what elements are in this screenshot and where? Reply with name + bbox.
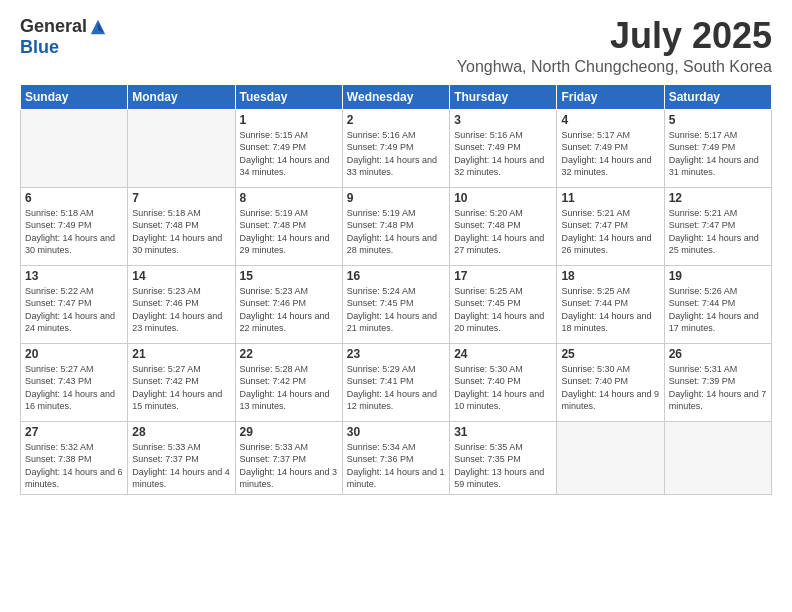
logo-icon: [89, 18, 107, 36]
col-saturday: Saturday: [664, 84, 771, 109]
day-number: 6: [25, 191, 123, 205]
cell-info: Sunrise: 5:33 AM Sunset: 7:37 PM Dayligh…: [240, 441, 338, 491]
table-row: 25Sunrise: 5:30 AM Sunset: 7:40 PM Dayli…: [557, 343, 664, 421]
location-title: Yonghwa, North Chungcheong, South Korea: [457, 58, 772, 76]
cell-info: Sunrise: 5:21 AM Sunset: 7:47 PM Dayligh…: [669, 207, 767, 257]
title-block: July 2025 Yonghwa, North Chungcheong, So…: [457, 16, 772, 76]
day-number: 10: [454, 191, 552, 205]
day-number: 11: [561, 191, 659, 205]
cell-info: Sunrise: 5:27 AM Sunset: 7:43 PM Dayligh…: [25, 363, 123, 413]
col-thursday: Thursday: [450, 84, 557, 109]
table-row: 8Sunrise: 5:19 AM Sunset: 7:48 PM Daylig…: [235, 187, 342, 265]
cell-info: Sunrise: 5:15 AM Sunset: 7:49 PM Dayligh…: [240, 129, 338, 179]
table-row: 17Sunrise: 5:25 AM Sunset: 7:45 PM Dayli…: [450, 265, 557, 343]
cell-info: Sunrise: 5:19 AM Sunset: 7:48 PM Dayligh…: [347, 207, 445, 257]
calendar-week-row: 6Sunrise: 5:18 AM Sunset: 7:49 PM Daylig…: [21, 187, 772, 265]
table-row: 15Sunrise: 5:23 AM Sunset: 7:46 PM Dayli…: [235, 265, 342, 343]
table-row: 28Sunrise: 5:33 AM Sunset: 7:37 PM Dayli…: [128, 421, 235, 494]
day-number: 18: [561, 269, 659, 283]
logo-blue-text: Blue: [20, 37, 59, 58]
col-monday: Monday: [128, 84, 235, 109]
calendar-week-row: 20Sunrise: 5:27 AM Sunset: 7:43 PM Dayli…: [21, 343, 772, 421]
table-row: 29Sunrise: 5:33 AM Sunset: 7:37 PM Dayli…: [235, 421, 342, 494]
day-number: 14: [132, 269, 230, 283]
table-row: 16Sunrise: 5:24 AM Sunset: 7:45 PM Dayli…: [342, 265, 449, 343]
day-number: 12: [669, 191, 767, 205]
table-row: 9Sunrise: 5:19 AM Sunset: 7:48 PM Daylig…: [342, 187, 449, 265]
col-wednesday: Wednesday: [342, 84, 449, 109]
day-number: 21: [132, 347, 230, 361]
table-row: 31Sunrise: 5:35 AM Sunset: 7:35 PM Dayli…: [450, 421, 557, 494]
table-row: 1Sunrise: 5:15 AM Sunset: 7:49 PM Daylig…: [235, 109, 342, 187]
cell-info: Sunrise: 5:29 AM Sunset: 7:41 PM Dayligh…: [347, 363, 445, 413]
day-number: 7: [132, 191, 230, 205]
cell-info: Sunrise: 5:31 AM Sunset: 7:39 PM Dayligh…: [669, 363, 767, 413]
table-row: 13Sunrise: 5:22 AM Sunset: 7:47 PM Dayli…: [21, 265, 128, 343]
day-number: 5: [669, 113, 767, 127]
day-number: 27: [25, 425, 123, 439]
table-row: [128, 109, 235, 187]
cell-info: Sunrise: 5:16 AM Sunset: 7:49 PM Dayligh…: [347, 129, 445, 179]
day-number: 3: [454, 113, 552, 127]
cell-info: Sunrise: 5:35 AM Sunset: 7:35 PM Dayligh…: [454, 441, 552, 491]
cell-info: Sunrise: 5:28 AM Sunset: 7:42 PM Dayligh…: [240, 363, 338, 413]
logo-general-text: General: [20, 16, 87, 37]
table-row: [21, 109, 128, 187]
col-friday: Friday: [557, 84, 664, 109]
cell-info: Sunrise: 5:24 AM Sunset: 7:45 PM Dayligh…: [347, 285, 445, 335]
month-title: July 2025: [457, 16, 772, 56]
page: General Blue July 2025 Yonghwa, North Ch…: [0, 0, 792, 612]
day-number: 9: [347, 191, 445, 205]
table-row: 21Sunrise: 5:27 AM Sunset: 7:42 PM Dayli…: [128, 343, 235, 421]
col-sunday: Sunday: [21, 84, 128, 109]
day-number: 15: [240, 269, 338, 283]
table-row: 11Sunrise: 5:21 AM Sunset: 7:47 PM Dayli…: [557, 187, 664, 265]
cell-info: Sunrise: 5:25 AM Sunset: 7:45 PM Dayligh…: [454, 285, 552, 335]
day-number: 23: [347, 347, 445, 361]
table-row: 2Sunrise: 5:16 AM Sunset: 7:49 PM Daylig…: [342, 109, 449, 187]
table-row: 7Sunrise: 5:18 AM Sunset: 7:48 PM Daylig…: [128, 187, 235, 265]
cell-info: Sunrise: 5:21 AM Sunset: 7:47 PM Dayligh…: [561, 207, 659, 257]
cell-info: Sunrise: 5:16 AM Sunset: 7:49 PM Dayligh…: [454, 129, 552, 179]
day-number: 20: [25, 347, 123, 361]
table-row: 30Sunrise: 5:34 AM Sunset: 7:36 PM Dayli…: [342, 421, 449, 494]
table-row: [557, 421, 664, 494]
day-number: 13: [25, 269, 123, 283]
table-row: 6Sunrise: 5:18 AM Sunset: 7:49 PM Daylig…: [21, 187, 128, 265]
cell-info: Sunrise: 5:33 AM Sunset: 7:37 PM Dayligh…: [132, 441, 230, 491]
cell-info: Sunrise: 5:18 AM Sunset: 7:49 PM Dayligh…: [25, 207, 123, 257]
cell-info: Sunrise: 5:34 AM Sunset: 7:36 PM Dayligh…: [347, 441, 445, 491]
day-number: 4: [561, 113, 659, 127]
day-number: 24: [454, 347, 552, 361]
table-row: 27Sunrise: 5:32 AM Sunset: 7:38 PM Dayli…: [21, 421, 128, 494]
day-number: 16: [347, 269, 445, 283]
day-number: 1: [240, 113, 338, 127]
day-number: 29: [240, 425, 338, 439]
cell-info: Sunrise: 5:32 AM Sunset: 7:38 PM Dayligh…: [25, 441, 123, 491]
table-row: 23Sunrise: 5:29 AM Sunset: 7:41 PM Dayli…: [342, 343, 449, 421]
table-row: 12Sunrise: 5:21 AM Sunset: 7:47 PM Dayli…: [664, 187, 771, 265]
table-row: 3Sunrise: 5:16 AM Sunset: 7:49 PM Daylig…: [450, 109, 557, 187]
table-row: 20Sunrise: 5:27 AM Sunset: 7:43 PM Dayli…: [21, 343, 128, 421]
col-tuesday: Tuesday: [235, 84, 342, 109]
table-row: 10Sunrise: 5:20 AM Sunset: 7:48 PM Dayli…: [450, 187, 557, 265]
calendar: Sunday Monday Tuesday Wednesday Thursday…: [20, 84, 772, 495]
table-row: 18Sunrise: 5:25 AM Sunset: 7:44 PM Dayli…: [557, 265, 664, 343]
cell-info: Sunrise: 5:27 AM Sunset: 7:42 PM Dayligh…: [132, 363, 230, 413]
cell-info: Sunrise: 5:25 AM Sunset: 7:44 PM Dayligh…: [561, 285, 659, 335]
day-number: 8: [240, 191, 338, 205]
table-row: 4Sunrise: 5:17 AM Sunset: 7:49 PM Daylig…: [557, 109, 664, 187]
day-number: 25: [561, 347, 659, 361]
cell-info: Sunrise: 5:23 AM Sunset: 7:46 PM Dayligh…: [240, 285, 338, 335]
day-number: 22: [240, 347, 338, 361]
day-number: 19: [669, 269, 767, 283]
table-row: 5Sunrise: 5:17 AM Sunset: 7:49 PM Daylig…: [664, 109, 771, 187]
table-row: 19Sunrise: 5:26 AM Sunset: 7:44 PM Dayli…: [664, 265, 771, 343]
table-row: 24Sunrise: 5:30 AM Sunset: 7:40 PM Dayli…: [450, 343, 557, 421]
table-row: 22Sunrise: 5:28 AM Sunset: 7:42 PM Dayli…: [235, 343, 342, 421]
day-number: 26: [669, 347, 767, 361]
cell-info: Sunrise: 5:19 AM Sunset: 7:48 PM Dayligh…: [240, 207, 338, 257]
day-number: 28: [132, 425, 230, 439]
table-row: 26Sunrise: 5:31 AM Sunset: 7:39 PM Dayli…: [664, 343, 771, 421]
cell-info: Sunrise: 5:22 AM Sunset: 7:47 PM Dayligh…: [25, 285, 123, 335]
